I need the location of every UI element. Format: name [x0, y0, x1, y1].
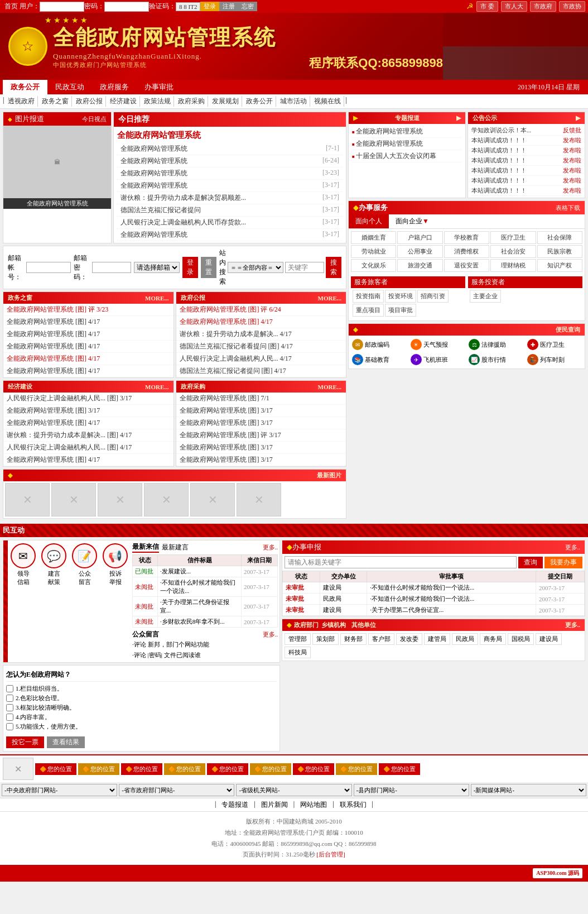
zhengwu-item-3[interactable]: 全能政府网站管理系统 [图] 4/17: [3, 341, 173, 353]
util-4[interactable]: 📚 基础教育: [351, 353, 408, 366]
jingji-item-2[interactable]: 全能政府网站管理系统 [图] 4/17: [3, 417, 173, 429]
province-agency-select[interactable]: -省级机关网站-: [236, 784, 351, 796]
util-0[interactable]: ✉ 邮政编码: [351, 338, 408, 351]
service-12[interactable]: 退役安置: [444, 259, 489, 272]
shizhengfu-btn[interactable]: 市政府: [530, 1, 556, 12]
today-news-item-3[interactable]: 全能政府网站管理系统[3-17]: [117, 180, 343, 192]
today-news-item-6[interactable]: 人民银行决定上调金融机构人民币存货款...[3-17]: [117, 217, 343, 229]
mail-row-1[interactable]: 未阅批 ·不知道什么时候才能给我们一个说法... 2007-3-17: [133, 577, 278, 597]
announce-6[interactable]: 本站调试成功！！！发布啦: [471, 186, 581, 196]
bottom-link-7[interactable]: 🔶您的位置: [336, 763, 377, 775]
img-strip-5[interactable]: ✕: [190, 483, 235, 516]
dept-7[interactable]: 商务局: [480, 633, 506, 645]
service-6[interactable]: 公用事业: [397, 245, 442, 258]
mailbox-select[interactable]: 请选择邮箱: [134, 262, 180, 273]
announce-2[interactable]: 本站调试成功！！！发布啦: [471, 146, 581, 156]
tourist-2[interactable]: 招商引资: [417, 290, 449, 303]
purchase-item-4[interactable]: 全能政府网站管理系统 [图] 3/17: [176, 442, 346, 454]
shizhengxie-btn[interactable]: 市政协: [559, 1, 585, 12]
dept-9[interactable]: 建设局: [536, 633, 562, 645]
dept-2[interactable]: 财务部: [340, 633, 367, 645]
purchase-item-0[interactable]: 全能政府网站管理系统 [图] 7/1: [176, 393, 346, 405]
email-reset-btn[interactable]: 重置: [201, 257, 216, 278]
zhengwu-more[interactable]: MORE...: [145, 295, 168, 302]
img-strip-6[interactable]: ✕: [237, 483, 281, 516]
jingji-item-0[interactable]: 人民银行决定上调金融机构人民... [图] 3/17: [3, 393, 173, 405]
office-help-btn[interactable]: 我要办事: [544, 557, 582, 568]
special-item-0[interactable]: 全能政府网站管理系统: [352, 126, 462, 138]
tab-personal[interactable]: 面向个人: [349, 214, 389, 228]
mail-row-2[interactable]: 未阅批 ·关于办理第二代身份证报宣... 2007-3-17: [133, 597, 278, 616]
jingji-item-4[interactable]: 人民银行决定上调金融机构人民... [图] 4/17: [3, 442, 173, 454]
special-more[interactable]: ▶: [456, 114, 461, 122]
survey-option-1[interactable]: 2.色彩比较合理。: [6, 693, 277, 703]
dept-8[interactable]: 国税局: [508, 633, 534, 645]
password-input[interactable]: [104, 2, 149, 12]
today-news-item-2[interactable]: 全能政府网站管理系统[3-23]: [117, 168, 343, 180]
zhengwu-item-1[interactable]: 全能政府网站管理系统 [图] 4/17: [3, 316, 173, 328]
survey-option-4[interactable]: 5.功能强大，使用方便。: [6, 722, 277, 731]
mail-more[interactable]: 更多..: [191, 543, 278, 552]
shirenda-btn[interactable]: 市人大: [501, 1, 527, 12]
public-comment-box[interactable]: 📝 公众留言: [72, 543, 97, 586]
dept-10[interactable]: 科技局: [285, 647, 311, 658]
bottom-link-2[interactable]: 🔶您的位置: [121, 763, 162, 775]
forgot-button[interactable]: 忘密: [238, 2, 257, 11]
email-input[interactable]: [26, 262, 71, 273]
search-scope-select[interactable]: ＝＝全部内容＝＝: [228, 262, 283, 273]
dept-5[interactable]: 建管局: [424, 633, 450, 645]
govt-depts-tab2[interactable]: 其他单位: [349, 621, 379, 629]
dept-3[interactable]: 客户部: [368, 633, 394, 645]
govt-report-item-2[interactable]: 谢伙粮：提升劳动力成本是解决... 4/17: [176, 328, 346, 341]
announce-4[interactable]: 本站调试成功！！！发布啦: [471, 166, 581, 176]
survey-option-0[interactable]: 1.栏目组织得当。: [6, 684, 277, 693]
tourist-4[interactable]: 项目审批: [385, 304, 416, 317]
govt-report-item-0[interactable]: 全能政府网站管理系统 [图] 评 6/24: [176, 304, 346, 316]
subnav-zhengce[interactable]: 政策法规: [141, 96, 174, 107]
footer-link-2[interactable]: 网站地图: [300, 800, 327, 810]
zhengwu-item-0[interactable]: 全能政府网站管理系统 [图] 评 3/23: [3, 304, 173, 316]
service-11[interactable]: 旅游交通: [397, 259, 442, 272]
new-comments-tab[interactable]: 最新建言: [162, 543, 189, 552]
today-news-item-4[interactable]: 谢伙粮：提升劳动力成本是解决贸易顺差...[3-17]: [117, 192, 343, 204]
purchase-item-3[interactable]: 全能政府网站管理系统 [图] 评 3/17: [176, 429, 346, 442]
subnav-gongkai[interactable]: 政务公开: [243, 96, 276, 107]
tab-zhengwugongkai[interactable]: 政务公开: [3, 80, 47, 94]
vote-button[interactable]: 投它一票: [6, 736, 44, 748]
public-comments-more[interactable]: 更多..: [263, 630, 278, 639]
zhengwu-item-5[interactable]: 全能政府网站管理系统 [图] 4/17: [3, 365, 173, 377]
govt-depts-more[interactable]: 更多..: [565, 621, 581, 629]
bottom-link-8[interactable]: 🔶您的位置: [379, 763, 420, 775]
img-strip-1[interactable]: ✕: [5, 483, 50, 516]
office-search-input[interactable]: [285, 556, 517, 568]
survey-checkbox-3[interactable]: [6, 714, 13, 721]
username-input[interactable]: [40, 2, 84, 12]
tab-zhengfufuwu[interactable]: 政府服务: [92, 80, 137, 94]
util-7[interactable]: 🚂 列车时刻: [526, 353, 583, 366]
result-button[interactable]: 查看结果: [47, 736, 85, 748]
county-dept-select[interactable]: -县内部门网站-: [354, 784, 469, 796]
news-media-select[interactable]: -新闻媒体网站-: [471, 784, 586, 796]
util-5[interactable]: ✈ 飞机班班: [409, 353, 466, 366]
today-news-item-1[interactable]: 全能政府网站管理系统[6-24]: [117, 155, 343, 168]
tab-enterprise[interactable]: 面向企业▼: [389, 214, 436, 228]
govt-report-item-3[interactable]: 德国法兰克福汇报记者看提问 [图] 4/17: [176, 341, 346, 353]
bottom-link-5[interactable]: 🔶您的位置: [250, 763, 291, 775]
login-button[interactable]: 登录: [200, 2, 219, 11]
jingji-item-3[interactable]: 谢伙粮：提升劳动力成本是解决... [图] 4/17: [3, 429, 173, 442]
survey-option-3[interactable]: 4.内容丰富。: [6, 712, 277, 722]
search-input[interactable]: [285, 262, 324, 273]
survey-checkbox-2[interactable]: [6, 704, 13, 711]
survey-checkbox-4[interactable]: [6, 723, 13, 730]
bottom-link-4[interactable]: 🔶您的位置: [207, 763, 248, 775]
complaint-box[interactable]: 📢 投诉举报: [103, 543, 128, 586]
govt-depts-title-tab0[interactable]: 政府部门: [294, 621, 319, 629]
bottom-link-6[interactable]: 🔶您的位置: [293, 763, 334, 775]
img-strip-4[interactable]: ✕: [144, 483, 189, 516]
announce-more[interactable]: ▶: [576, 114, 580, 122]
service-5[interactable]: 劳动就业: [351, 245, 396, 258]
govt-depts-tab1[interactable]: 乡镇机构: [319, 621, 349, 629]
central-govt-select[interactable]: -中央政府部门网站-: [2, 784, 117, 796]
tourist-3[interactable]: 重点项目: [353, 304, 384, 317]
office-row-0[interactable]: 未审批 建设局 ·不知道什么时候才能给我们一个说法... 2007-3-17: [283, 582, 585, 594]
